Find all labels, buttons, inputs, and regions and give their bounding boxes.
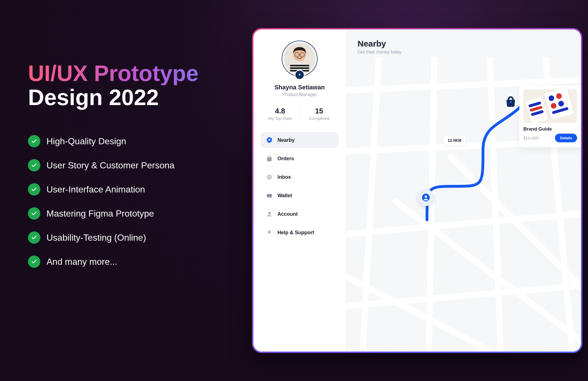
svg-point-17: [510, 101, 512, 103]
stat-rate-value: 4.8: [261, 107, 300, 115]
nearby-icon: [266, 136, 273, 144]
svg-point-16: [425, 196, 427, 198]
check-icon: [28, 183, 40, 196]
wallet-icon: [266, 192, 273, 199]
svg-point-7: [269, 139, 270, 141]
page-title: Nearby: [358, 39, 581, 48]
feature-item: Usability-Testing (Online): [28, 231, 238, 244]
card-image: [523, 89, 577, 123]
stat-rate-label: My Top Rate: [261, 116, 300, 121]
promo-title-gradient: UI/UX Prototype: [28, 62, 238, 85]
feature-item: Mastering Figma Prototype: [28, 207, 238, 220]
distance-chip: 12.5KM: [444, 136, 465, 145]
check-icon: [28, 159, 40, 171]
help-icon: [266, 229, 273, 236]
card-price: $18,500: [523, 136, 538, 140]
feature-item: User-Interface Animation: [28, 183, 238, 196]
check-icon: [28, 135, 40, 147]
nav-label: Wallet: [277, 193, 292, 199]
svg-point-9: [269, 177, 270, 178]
stat-rate: 4.8 My Top Rate: [261, 107, 300, 121]
verified-badge-icon: [295, 70, 305, 80]
main-panel: Nearby Get their money today: [346, 29, 581, 352]
inbox-icon: [266, 173, 273, 181]
nav-item-orders[interactable]: Orders: [261, 150, 339, 167]
promo-panel: UI/UX Prototype Design 2022 High-Quality…: [28, 62, 238, 280]
svg-point-10: [270, 177, 271, 178]
check-icon: [28, 207, 40, 220]
feature-label: Usability-Testing (Online): [46, 233, 146, 243]
feature-item: And many more...: [28, 255, 238, 268]
feature-label: And many more...: [46, 257, 117, 267]
svg-point-13: [268, 212, 270, 214]
feature-item: High-Quality Design: [28, 135, 238, 147]
sidebar: Shayna Setiawan Product Manager 4.8 My T…: [253, 29, 346, 352]
nav-item-nearby[interactable]: Nearby: [261, 132, 339, 148]
avatar[interactable]: [282, 41, 318, 76]
page-subtitle: Get their money today: [358, 50, 581, 55]
nav-item-help[interactable]: Help & Support: [261, 224, 339, 241]
orders-icon: [266, 155, 273, 162]
nav-label: Account: [277, 211, 298, 217]
check-icon: [28, 255, 40, 268]
nav-label: Inbox: [277, 174, 291, 180]
stat-completed-value: 15: [300, 107, 339, 115]
account-icon: [266, 210, 273, 218]
check-icon: [28, 231, 40, 244]
user-location-pin[interactable]: [417, 189, 434, 206]
details-button[interactable]: Details: [555, 134, 577, 142]
feature-list: High-Quality Design User Story & Custome…: [28, 135, 238, 268]
nav-item-account[interactable]: Account: [261, 206, 339, 222]
sidebar-nav: Nearby Orders Inbox: [261, 132, 339, 243]
nav-item-inbox[interactable]: Inbox: [261, 169, 339, 185]
nav-label: Orders: [277, 156, 294, 162]
feature-label: User Story & Customer Persona: [46, 160, 174, 171]
nav-item-wallet[interactable]: Wallet: [261, 187, 339, 204]
app-window: Shayna Setiawan Product Manager 4.8 My T…: [253, 29, 581, 352]
app-mockup-frame: Shayna Setiawan Product Manager 4.8 My T…: [252, 28, 582, 353]
nav-label: Nearby: [277, 137, 295, 143]
user-name: Shayna Setiawan: [274, 84, 325, 91]
card-title: Brand Guide: [523, 126, 577, 132]
stat-completed-label: Completed: [300, 116, 339, 121]
svg-point-8: [268, 177, 269, 178]
feature-label: Mastering Figma Prototype: [46, 208, 154, 219]
destination-marker-icon[interactable]: [504, 94, 518, 108]
stat-completed: 15 Completed: [300, 107, 339, 121]
nav-label: Help & Support: [277, 230, 314, 236]
feature-label: High-Quality Design: [46, 136, 126, 147]
feature-item: User Story & Customer Persona: [28, 159, 238, 171]
svg-rect-12: [267, 195, 272, 196]
promo-title-plain: Design 2022: [28, 85, 238, 110]
user-role: Product Manager: [283, 92, 317, 97]
nearby-card[interactable]: Brand Guide $18,500 Details: [519, 85, 581, 147]
svg-point-14: [269, 232, 270, 233]
user-stats: 4.8 My Top Rate 15 Completed: [261, 107, 339, 121]
feature-label: User-Interface Animation: [46, 184, 145, 195]
